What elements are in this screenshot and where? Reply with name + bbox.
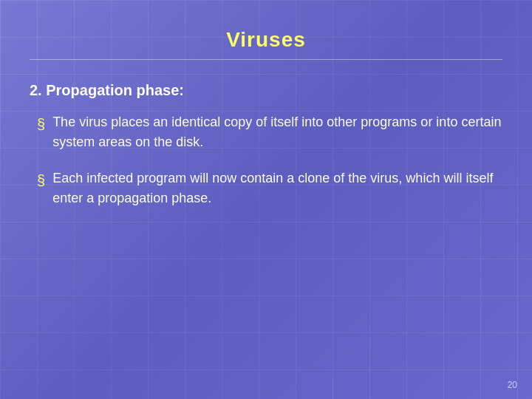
bullet-marker-2: § [37,169,45,191]
slide-title: Viruses [30,28,502,52]
slide-content: Viruses 2. Propagation phase: § The viru… [0,0,532,239]
slide: Viruses 2. Propagation phase: § The viru… [0,0,532,399]
bullet-list: § The virus places an identical copy of … [30,112,502,208]
bullet-text-1: The virus places an identical copy of it… [52,112,502,152]
title-area: Viruses [30,15,502,60]
slide-number: 20 [508,380,517,390]
bullet-text-2: Each infected program will now contain a… [52,168,502,208]
section-heading: 2. Propagation phase: [30,82,502,99]
bullet-marker-1: § [37,113,45,135]
bullet-item-2: § Each infected program will now contain… [37,168,502,208]
bullet-item-1: § The virus places an identical copy of … [37,112,502,152]
